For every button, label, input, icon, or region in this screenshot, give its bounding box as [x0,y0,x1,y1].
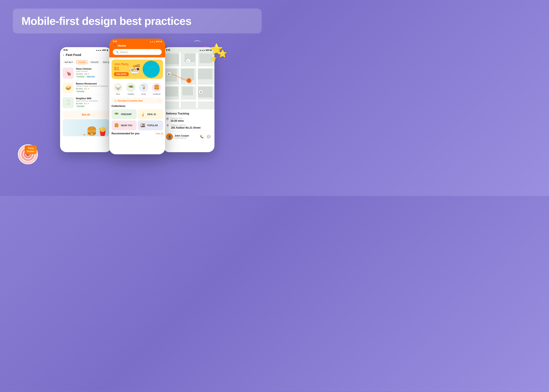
restaurant-desc: Chicken Salad, Sandwich & Desserts [76,85,109,87]
driver-info: John Cooper Food Delivery [175,134,197,139]
table-row[interactable]: 🥪 Bamsu Restaurant Chicken Salad, Sandwi… [63,81,109,95]
delivery-address-row: 📍 Delivery Address 201 Katlian No.21 Str… [166,124,211,129]
category-fastfood[interactable]: 🍔 Fastfood [152,83,161,95]
freeship-coll-label: FREESHIP [121,113,132,116]
collection-nearyou[interactable]: 🍔 NEAR YOU [112,120,137,130]
tracking-title: Delivery Tracking [166,112,211,115]
category-row: 🍚 Rice 🥗 Healthy 🍹 Drink 🍔 Fastfood [109,81,165,97]
star-med-icon: ⭐ [218,49,227,58]
stars-decoration: ⌒ ⭐ ⭐ ⭐ ✦ ✦ [202,43,227,69]
restaurant-info: Neighbor Milk Dairy Drinks & Smoothies 3… [76,97,109,108]
call-button[interactable]: 📞 [199,134,205,140]
delivery-time-label: Delevery time [171,117,184,119]
plus-sparkle-2: ✦ [223,58,225,60]
healthy-label: Healthy [126,93,135,95]
rice-label: Rice [113,93,123,95]
dot-3 [87,134,88,135]
status-icons-2: ▲▲▲ WiFi ▮ [150,40,162,43]
back-arrow-icon[interactable]: ‹ [63,53,64,56]
freeship-tag: Freeship [76,76,85,78]
category-drink[interactable]: 🍹 Drink [139,83,148,95]
food-emoji: 🍔🍟 [86,126,108,136]
tracking-panel: Delivery Tracking ⏱ Delevery time 15-20 … [163,109,214,143]
rice-icon-circle: 🍚 [113,83,123,92]
freeship-tag: Freeship [76,90,85,93]
voucher-bar[interactable]: 🏷️ You have 5 voucher here › [112,98,163,104]
svg-line-0 [169,73,189,81]
map-shop-pin-2: 🛒 [186,59,190,63]
restaurant-name: Hana Chicken [76,68,109,70]
orange-header: 9:41 ▲▲▲ WiFi ▮ 📍 Home 🔍 Search [109,39,165,57]
collection-popular[interactable]: 🍱 POPULAR [138,120,163,130]
see-all-button[interactable]: See all [63,111,109,118]
time-2: 9:41 [113,40,117,43]
delivery-time-info: Delevery time 15-20 mins [171,117,184,122]
driver-avatar: 👤 [166,133,173,140]
restaurant-meta: 35 mins · 4.1 ★ [76,88,109,90]
search-placeholder: Search [120,51,128,53]
restaurant-tags: Freeship [76,90,109,93]
promo-text: Join Party $1 SEE MORE [114,62,129,76]
table-row[interactable]: 🍗 Hana Chicken Fried Chicken 15 mins · 4… [63,66,109,81]
popular-coll-icon: 🍱 [140,122,146,129]
location-icon: 📍 [113,44,116,47]
category-healthy[interactable]: 🥗 Healthy [126,83,135,95]
collection-deal[interactable]: 🍦 DEAL $1 [138,109,163,119]
delivery-address-label: Delivery Address [171,124,200,126]
voucher-icon: 🏷️ [114,100,117,102]
nearyou-coll-icon: 🍔 [113,122,120,129]
hero-title: Mobile-first design best practices [21,14,253,28]
recommended-row: Recommended for you View all [109,130,165,136]
dot-2 [85,134,86,135]
promo-banner[interactable]: Join Party $1 SEE MORE 🍜 [112,60,163,79]
table-row[interactable]: 🥛 Neighbor Milk Dairy Drinks & Smoothies… [63,95,109,110]
message-button[interactable]: 💬 [206,134,211,140]
filter-bar: Sort by ▾ Freeship Favorite Near you [60,58,112,66]
map-home-pin: 🏠 [199,90,203,94]
collection-freeship[interactable]: 🥗 FREESHIP [112,109,137,119]
favorite-chip[interactable]: Favorite [89,60,100,64]
restaurant-tags: Freeship [76,105,109,107]
sort-filter-chip[interactable]: Sort by ▾ [63,60,75,64]
battery-icon-2: ▮ [161,41,162,43]
drink-label: Drink [139,93,148,95]
view-all-link[interactable]: View all [156,133,163,135]
driver-actions: 📞 💬 [199,134,211,140]
join-party-label: Join Party [114,62,129,66]
freeship-coll-icon: 🥗 [113,111,120,118]
restaurant-meta: 35 mins · 4.1 ★ [76,102,109,105]
delivery-address-info: Delivery Address 201 Katlian No.21 Stree… [171,124,200,129]
pin-icon: 📍 [166,124,169,127]
phone-home: 9:41 ▲▲▲ WiFi ▮ 📍 Home 🔍 Search Join Par… [109,39,165,154]
promo-food-image: 🍜 [129,64,141,75]
map-shop-pin-1: 🏪 [167,72,171,76]
signal-icon: ▲▲▲ [96,49,102,51]
search-icon: 🔍 [116,51,119,53]
fastfood-label: Fastfood [152,93,161,95]
clock-icon: ⏱ [166,118,169,121]
home-title-row: 📍 Home [113,44,162,47]
collections-grid: 🥗 FREESHIP 🍦 DEAL $1 🍔 NEAR YOU 🍱 POPULA… [112,109,163,130]
restaurant-image: 🥛 [63,97,74,108]
restaurant-info: Bamsu Restaurant Chicken Salad, Sandwich… [76,82,109,93]
delivery-time-value: 15-20 mins [171,119,184,122]
star-small-icon: ⭐ [211,56,217,61]
phones-container: 9:41 ▲▲▲ WiFi ▮ ‹ Fast Food Sort by ▾ Fr… [0,39,274,154]
freeship-chip[interactable]: Freeship [76,60,88,64]
driver-role: Food Delivery [175,137,197,139]
delivery-address-value: 201 Katlian No.21 Street [171,126,200,129]
status-bar-1: 9:41 ▲▲▲ WiFi ▮ [60,47,112,52]
time-1: 9:41 [64,49,68,51]
restaurant-info: Hana Chicken Fried Chicken 15 mins · 4.8… [76,68,109,79]
hero-banner: Mobile-first design best practices [13,9,262,34]
status-icons-1: ▲▲▲ WiFi ▮ [96,49,108,51]
signal-icon-2: ▲▲▲ [150,41,155,43]
drink-icon-circle: 🍹 [139,83,148,92]
category-rice[interactable]: 🍚 Rice [113,83,123,95]
see-more-button[interactable]: SEE MORE [114,72,129,76]
recommended-title: Recommended for you [112,132,139,135]
voucher-arrow-icon: › [160,99,160,102]
search-bar[interactable]: 🔍 Search [113,49,162,55]
deal-coll-icon: 🍦 [140,111,146,118]
healthy-icon-circle: 🥗 [126,83,135,92]
